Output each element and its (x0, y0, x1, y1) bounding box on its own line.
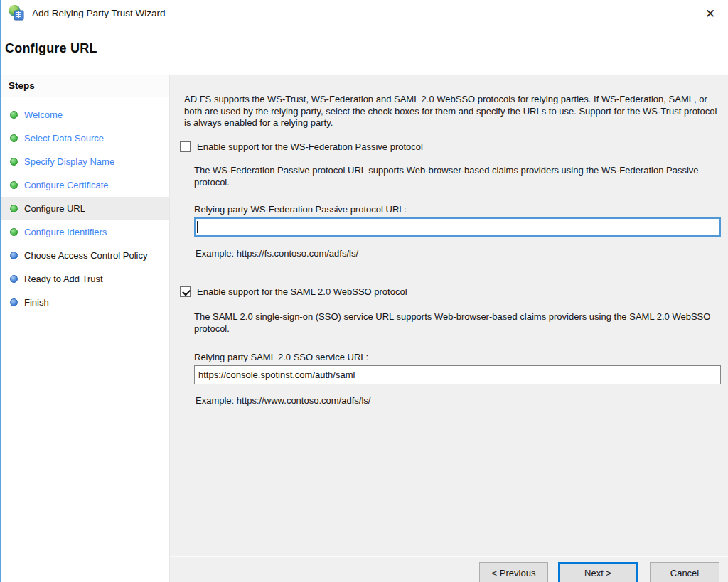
title-bar: Add Relying Party Trust Wizard ✕ (1, 0, 728, 26)
sidebar-step-item: Specify Display Name (1, 150, 169, 173)
sidebar-step-item: Choose Access Control Policy (1, 244, 169, 267)
wsfed-url-input[interactable] (194, 217, 721, 237)
sidebar-step-item: Select Data Source (1, 126, 169, 150)
step-label: Specify Display Name (24, 156, 114, 168)
wizard-body: Steps Welcome Select Data Source Specify… (1, 75, 728, 582)
sidebar-step-item: Finish (1, 291, 169, 314)
step-status-icon (10, 228, 18, 236)
wsfed-example-text: Example: https://fs.contoso.com/adfs/ls/ (196, 248, 358, 259)
cancel-button[interactable]: Cancel (650, 562, 719, 582)
step-status-icon (10, 205, 18, 212)
step-status-icon (10, 252, 18, 259)
sidebar-step-item: Configure Identifiers (1, 220, 169, 244)
wsfed-checkbox[interactable] (180, 141, 191, 152)
sidebar-step-item: Configure URL (1, 197, 169, 220)
step-status-icon (10, 298, 18, 306)
saml-url-input[interactable] (194, 365, 721, 384)
saml-description: The SAML 2.0 single-sign-on (SSO) servic… (194, 311, 722, 335)
step-label: Finish (24, 296, 49, 308)
step-label: Configure URL (24, 203, 85, 215)
step-status-icon (10, 134, 18, 142)
step-status-icon (10, 181, 18, 189)
steps-heading: Steps (1, 75, 169, 97)
text-caret (197, 221, 198, 233)
step-status-icon (10, 275, 18, 283)
sidebar-step-item: Welcome (1, 103, 169, 126)
step-label: Ready to Add Trust (24, 273, 103, 285)
step-label: Configure Identifiers (24, 226, 107, 238)
intro-text: AD FS supports the WS-Trust, WS-Federati… (184, 94, 722, 129)
window-border (0, 0, 1, 582)
sidebar-step-item: Ready to Add Trust (1, 267, 169, 291)
page-title: Configure URL (5, 41, 97, 56)
saml-checkbox-row: Enable support for the SAML 2.0 WebSSO p… (180, 286, 407, 298)
step-label: Choose Access Control Policy (24, 249, 147, 262)
wsfed-checkbox-label[interactable]: Enable support for the WS-Federation Pas… (197, 141, 423, 153)
saml-example-text: Example: https://www.contoso.com/adfs/ls… (196, 395, 370, 406)
step-status-icon (10, 111, 18, 119)
steps-sidebar: Steps Welcome Select Data Source Specify… (1, 75, 169, 582)
wsfed-url-label: Relying party WS-Federation Passive prot… (194, 204, 407, 215)
saml-checkbox-label[interactable]: Enable support for the SAML 2.0 WebSSO p… (197, 286, 407, 298)
step-label: Configure Certificate (24, 179, 109, 191)
wsfed-checkbox-row: Enable support for the WS-Federation Pas… (180, 141, 423, 153)
sidebar-step-item: Configure Certificate (1, 173, 169, 197)
previous-button[interactable]: < Previous (479, 562, 548, 582)
next-button[interactable]: Next > (558, 562, 638, 582)
step-label: Welcome (24, 109, 63, 121)
adfs-app-icon (8, 4, 25, 21)
wizard-content: AD FS supports the WS-Trust, WS-Federati… (169, 75, 728, 582)
window-title: Add Relying Party Trust Wizard (32, 8, 166, 18)
footer-divider (170, 556, 728, 557)
steps-list: Welcome Select Data Source Specify Displ… (1, 97, 169, 314)
close-icon[interactable]: ✕ (701, 4, 719, 23)
saml-checkbox[interactable] (180, 286, 191, 297)
step-status-icon (10, 158, 18, 166)
step-label: Select Data Source (24, 132, 104, 144)
saml-url-label: Relying party SAML 2.0 SSO service URL: (194, 352, 368, 362)
wsfed-description: The WS-Federation Passive protocol URL s… (194, 165, 722, 188)
